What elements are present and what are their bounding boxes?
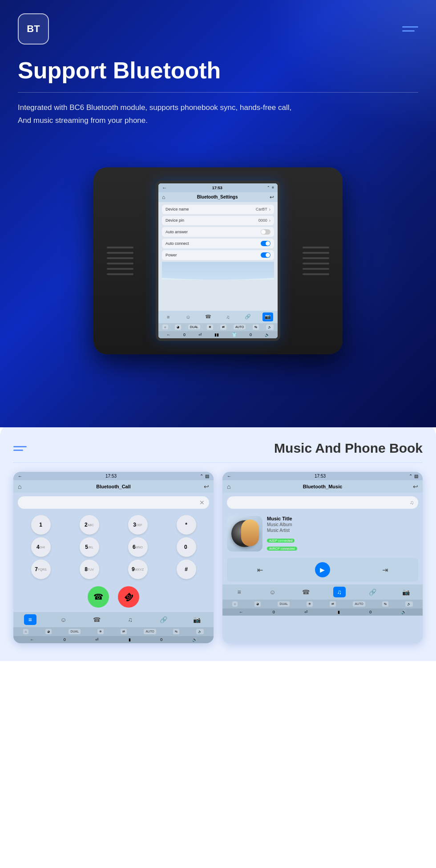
music-tab-phone[interactable]: ☎ — [300, 587, 312, 597]
dial-6[interactable]: 6MNO — [128, 537, 148, 557]
hero-description: Integrated with BC6 Bluetooth module, su… — [18, 101, 418, 127]
menu-icon-blue[interactable] — [13, 446, 27, 451]
screen-bottom-row: ← 0 ⏎ ▮▮ 👕 0 🔊 — [158, 331, 278, 338]
dial-9[interactable]: 9WXYZ — [128, 560, 148, 579]
hero-title: Support Bluetooth — [18, 58, 418, 83]
avrcp-badge: AVRCP connected — [267, 544, 418, 552]
call-bottom-row: ← 0 ⏎ ▮ 0 🔊 — [13, 636, 214, 643]
dial-hash[interactable]: # — [177, 560, 196, 579]
music-album: Music Album — [267, 522, 418, 527]
car-vent-right — [303, 216, 329, 305]
dial-3[interactable]: 3DEF — [128, 515, 148, 535]
screen-wave — [162, 262, 274, 280]
album-art — [227, 516, 262, 552]
call-tab-music[interactable]: ♫ — [124, 614, 137, 625]
bottom-header: Music And Phone Book — [13, 441, 423, 463]
music-back-icon[interactable]: ↩ — [413, 483, 418, 490]
screen-statusbar: ← 17:53 ⌃ ≡ — [158, 183, 278, 192]
prev-track-button[interactable]: ⇤ — [257, 566, 263, 574]
car-dashboard: ← 17:53 ⌃ ≡ ⌂ Bluetooth_Settings ↩ — [93, 167, 343, 354]
play-button[interactable]: ▶ — [315, 562, 330, 577]
auto-answer-toggle[interactable] — [261, 229, 270, 235]
hero-section: BT Support Bluetooth Integrated with BC6… — [0, 0, 436, 427]
call-tab-link[interactable]: 🔗 — [157, 614, 170, 625]
screen-row-power: Power — [162, 250, 274, 260]
music-screen: ← 17:53 ⌃ ▤ ⌂ Bluetooth_Music ↩ ♫ — [222, 472, 423, 643]
call-controls-bar: ⌂ ◕ DUAL ❅ ⇄ AUTO ↹ 🔈 — [13, 627, 214, 636]
call-home-icon[interactable]: ⌂ — [18, 483, 21, 490]
screen-controls-bar: ⌂ ◕ DUAL ❅ ⇄ AUTO ↹ 🔈 — [158, 323, 278, 331]
music-note-icon: ♫ — [410, 499, 414, 506]
call-tab-phone[interactable]: ☎ — [91, 614, 103, 625]
music-controls-bar: ⌂ ◕ DUAL ❅ ⇄ AUTO ↹ 🔈 — [222, 600, 423, 608]
section-title: Music And Phone Book — [274, 441, 423, 456]
screen-display: ← 17:53 ⌃ ≡ ⌂ Bluetooth_Settings ↩ — [158, 183, 278, 338]
call-tab-contacts[interactable]: ☺ — [57, 614, 70, 625]
next-track-button[interactable]: ⇥ — [382, 566, 388, 574]
call-bottom-tabs[interactable]: ≡ ☺ ☎ ♫ 🔗 📷 — [13, 612, 214, 627]
call-statusbar: ← 17:53 ⌃ ▤ — [13, 472, 214, 480]
car-background: ← 17:53 ⌃ ≡ ⌂ Bluetooth_Settings ↩ — [18, 141, 418, 381]
dial-5[interactable]: 5JKL — [80, 537, 99, 557]
call-screen: ← 17:53 ⌃ ▤ ⌂ Bluetooth_Call ↩ ✕ 1 2ABC — [13, 472, 214, 643]
music-bottom-row: ← 0 ⏎ ▮ 0 🔊 — [222, 608, 423, 616]
screen-bottom-tabs[interactable]: ≡ ☺ ☎ ♫ 🔗 📷 — [158, 311, 278, 323]
music-tab-menu[interactable]: ≡ — [233, 587, 246, 597]
dial-2[interactable]: 2ABC — [80, 515, 99, 535]
car-dashboard-area: ← 17:53 ⌃ ≡ ⌂ Bluetooth_Settings ↩ — [18, 141, 418, 381]
dial-8[interactable]: 8TUV — [80, 560, 99, 579]
screen-navbar: ⌂ Bluetooth_Settings ↩ — [158, 192, 278, 202]
screen-content: Device name CarBT › Device pin 000 — [158, 202, 278, 311]
music-tab-music[interactable]: ♫ — [333, 587, 346, 597]
music-statusbar: ← 17:53 ⌃ ▤ — [222, 472, 423, 480]
call-screen-title: Bluetooth_Call — [92, 481, 135, 492]
end-call-button[interactable]: ☎ — [113, 582, 144, 612]
answer-call-button[interactable]: ☎ — [88, 586, 109, 608]
artist-thumbnail — [241, 519, 259, 546]
dialpad: 1 2ABC 3DEF * 4GHI 5JKL 6MNO 0- 7PQRS 8T… — [13, 512, 214, 582]
hero-divider — [18, 92, 418, 93]
center-screen: ← 17:53 ⌃ ≡ ⌂ Bluetooth_Settings ↩ — [156, 181, 280, 341]
menu-button[interactable] — [402, 26, 418, 32]
phone-screens-grid: ← 17:53 ⌃ ▤ ⌂ Bluetooth_Call ↩ ✕ 1 2ABC — [13, 472, 423, 643]
car-vent-left — [107, 216, 133, 305]
hero-header: BT — [18, 13, 418, 45]
screen-row-device-pin: Device pin 0000 › — [162, 216, 274, 225]
dial-0[interactable]: 0- — [177, 537, 196, 557]
music-search-bar: ♫ — [227, 496, 418, 509]
music-navbar: ⌂ Bluetooth_Music ↩ — [222, 480, 423, 493]
music-tab-link[interactable]: 🔗 — [367, 587, 379, 597]
call-search-clear[interactable]: ✕ — [199, 499, 205, 506]
dial-1[interactable]: 1 — [31, 515, 51, 535]
music-tab-camera[interactable]: 📷 — [400, 587, 412, 597]
screen-tab-contacts[interactable]: ☺ — [183, 312, 194, 321]
call-tab-camera[interactable]: 📷 — [191, 614, 203, 625]
music-title: Music Title — [267, 516, 418, 521]
auto-connect-toggle[interactable] — [261, 241, 270, 246]
music-screen-title: Bluetooth_Music — [299, 481, 347, 492]
music-controls: ⇤ ▶ ⇥ — [227, 558, 418, 582]
screen-tab-phone[interactable]: ☎ — [203, 312, 214, 321]
screen-tab-camera[interactable]: 📷 — [262, 312, 273, 321]
screen-row-device-name: Device name CarBT › — [162, 205, 274, 214]
music-home-icon[interactable]: ⌂ — [227, 483, 230, 490]
a2dp-badge: A2DP connected — [267, 535, 418, 544]
call-tab-menu[interactable]: ≡ — [24, 614, 36, 625]
music-tab-contacts[interactable]: ☺ — [266, 587, 279, 597]
screen-tab-music[interactable]: ♫ — [222, 312, 233, 321]
dial-7[interactable]: 7PQRS — [31, 560, 51, 579]
music-bottom-tabs[interactable]: ≡ ☺ ☎ ♫ 🔗 📷 — [222, 584, 423, 600]
music-content: Music Title Music Album Music Artist A2D… — [222, 512, 423, 555]
bt-logo: BT — [18, 13, 49, 45]
call-actions: ☎ ☎ — [13, 582, 214, 612]
call-back-icon[interactable]: ↩ — [204, 483, 209, 490]
power-toggle[interactable] — [261, 252, 270, 258]
dial-star[interactable]: * — [177, 515, 196, 535]
dial-4[interactable]: 4GHI — [31, 537, 51, 557]
music-artist: Music Artist — [267, 528, 418, 533]
call-search-bar[interactable]: ✕ — [18, 496, 209, 509]
music-info: Music Title Music Album Music Artist A2D… — [267, 516, 418, 552]
call-navbar: ⌂ Bluetooth_Call ↩ — [13, 480, 214, 493]
screen-tab-link[interactable]: 🔗 — [242, 312, 253, 321]
screen-tab-menu[interactable]: ≡ — [163, 312, 174, 321]
